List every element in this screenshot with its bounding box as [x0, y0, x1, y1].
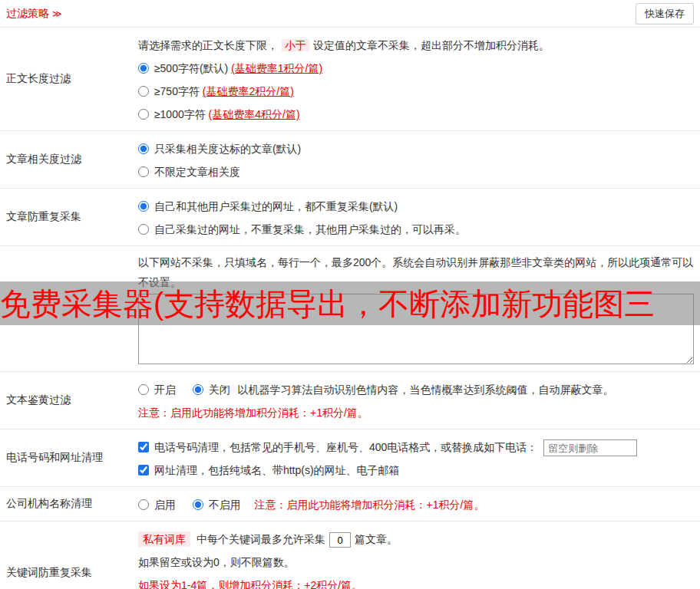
- option-label: 开启: [154, 383, 176, 396]
- option-row: 开启 关闭 以机器学习算法自动识别色情内容，当色情概率达到系统阈值，自动屏蔽文章…: [138, 378, 694, 401]
- option-row: ≥750字符 (基础费率2积分/篇): [138, 80, 694, 103]
- body-length-label: 正文长度过滤: [0, 28, 135, 130]
- section-keyword-dedup: 关键词防重复采集 私有词库中每个关键词最多允许采集篇文章。 如果留空或设为0，则…: [0, 522, 700, 589]
- option-note: (基础费率1积分/篇): [231, 62, 322, 74]
- option-note: (基础费率2积分/篇): [203, 85, 294, 97]
- radio-min-1000[interactable]: [138, 109, 149, 120]
- porn-filter-desc: 以机器学习算法自动识别色情内容，当色情概率达到系统阈值，自动屏蔽文章。: [238, 383, 614, 396]
- option-min-750[interactable]: ≥750字符 (基础费率2积分/篇): [138, 85, 294, 97]
- option-row: ≥500字符(默认) (基础费率1积分/篇): [138, 57, 694, 80]
- blacklist-textarea[interactable]: [138, 294, 694, 364]
- relevance-content: 只采集相关度达标的文章(默认) 不限定文章相关度: [135, 131, 700, 188]
- url-clean-label: 网址清理，包括纯域名、带http(s)的网址、电子邮箱: [154, 464, 400, 476]
- option-porn-off[interactable]: 关闭: [193, 383, 233, 396]
- phone-clean-checkbox[interactable]: [138, 442, 149, 452]
- option-relevance-any[interactable]: 不限定文章相关度: [138, 166, 240, 178]
- private-lexicon-tag: 私有词库: [138, 531, 190, 547]
- dedup-content: 自己和其他用户采集过的网址，都不重复采集(默认) 自己采集过的网址，不重复采集，…: [135, 189, 700, 245]
- option-relevance-strict[interactable]: 只采集相关度达标的文章(默认): [138, 143, 301, 155]
- body-length-content: 请选择需求的正文长度下限，小于设定值的文章不采集，超出部分不增加积分消耗。 ≥5…: [135, 28, 700, 130]
- option-dedup-self-only[interactable]: 自己采集过的网址，不重复采集，其他用户采集过的，可以再采。: [138, 223, 466, 235]
- site-blacklist-label: [0, 246, 135, 371]
- radio-dedup-all-users[interactable]: [138, 201, 149, 212]
- option-label: 启用: [154, 499, 176, 511]
- option-note: (基础费率4积分/篇): [209, 108, 300, 120]
- option-row: 自己采集过的网址，不重复采集，其他用户采集过的，可以再采。: [138, 218, 694, 241]
- page-title[interactable]: 过滤策略≫: [6, 7, 62, 21]
- intro-after: 设定值的文章不采集，超出部分不增加积分消耗。: [313, 39, 550, 51]
- phone-url-label: 电话号码和网址清理: [0, 429, 135, 486]
- keyword-dedup-label: 关键词防重复采集: [0, 522, 135, 589]
- option-row: 只采集相关度达标的文章(默认): [138, 137, 694, 160]
- keyword-line1-text: 中每个关键词最多允许采集: [196, 533, 325, 545]
- option-label: 只采集相关度达标的文章(默认): [154, 143, 301, 155]
- radio-porn-on[interactable]: [138, 384, 149, 395]
- phone-clean-option[interactable]: 电话号码清理，包括常见的手机号、座机号、400电话格式，或替换成如下电话：: [138, 441, 540, 453]
- section-porn-filter: 文本鉴黄过滤 开启 关闭 以机器学习算法自动识别色情内容，当色情概率达到系统阈值…: [0, 372, 700, 429]
- radio-relevance-any[interactable]: [138, 166, 149, 177]
- company-clean-label: 公司机构名称清理: [0, 487, 135, 521]
- section-relevance-filter: 文章相关度过滤 只采集相关度达标的文章(默认) 不限定文章相关度: [0, 131, 700, 189]
- phone-clean-label: 电话号码清理，包括常见的手机号、座机号、400电话格式，或替换成如下电话：: [154, 441, 537, 453]
- option-row: 电话号码清理，包括常见的手机号、座机号、400电话格式，或替换成如下电话：: [138, 436, 694, 459]
- keyword-line2: 如果留空或设为0，则不限篇数。: [138, 551, 694, 574]
- keyword-line1-after: 篇文章。: [355, 533, 398, 545]
- radio-relevance-strict[interactable]: [138, 143, 149, 154]
- option-label: ≥1000字符: [154, 108, 206, 120]
- option-min-1000[interactable]: ≥1000字符 (基础费率4积分/篇): [138, 108, 300, 120]
- chevron-double-down-icon: ≫: [52, 8, 62, 19]
- porn-filter-label: 文本鉴黄过滤: [0, 372, 135, 429]
- option-dedup-all-users[interactable]: 自己和其他用户采集过的网址，都不重复采集(默认): [138, 200, 398, 212]
- option-company-off[interactable]: 不启用: [193, 499, 244, 511]
- blacklist-intro: 以下网站不采集，只填域名，每行一个，最多200个。系统会自动识别并屏蔽那些非文章…: [138, 252, 694, 292]
- option-label: 自己采集过的网址，不重复采集，其他用户采集过的，可以再采。: [154, 223, 466, 235]
- option-row: ≥1000字符 (基础费率4积分/篇): [138, 103, 694, 126]
- phone-url-content: 电话号码清理，包括常见的手机号、座机号、400电话格式，或替换成如下电话： 网址…: [135, 429, 700, 486]
- quick-save-button[interactable]: 快速保存: [636, 3, 694, 25]
- section-phone-url-clean: 电话号码和网址清理 电话号码清理，包括常见的手机号、座机号、400电话格式，或替…: [0, 429, 700, 487]
- radio-company-off[interactable]: [193, 499, 203, 510]
- radio-company-on[interactable]: [138, 499, 149, 510]
- option-label: 自己和其他用户采集过的网址，都不重复采集(默认): [154, 200, 398, 212]
- keyword-dedup-content: 私有词库中每个关键词最多允许采集篇文章。 如果留空或设为0，则不限篇数。 如果设…: [135, 522, 700, 589]
- keyword-line3: 如果设为1-4篇，则增加积分消耗：+2积分/篇。: [138, 574, 694, 589]
- option-label: ≥500字符(默认): [154, 62, 228, 74]
- relevance-label: 文章相关度过滤: [0, 131, 135, 188]
- url-clean-checkbox[interactable]: [138, 465, 149, 475]
- option-min-500[interactable]: ≥500字符(默认) (基础费率1积分/篇): [138, 62, 322, 74]
- intro-before: 请选择需求的正文长度下限，: [138, 39, 278, 51]
- option-row: 自己和其他用户采集过的网址，都不重复采集(默认): [138, 195, 694, 218]
- phone-replacement-input[interactable]: [543, 439, 637, 456]
- radio-min-750[interactable]: [138, 86, 149, 97]
- page-title-text: 过滤策略: [6, 7, 49, 19]
- option-porn-on[interactable]: 开启: [138, 383, 179, 396]
- radio-min-500[interactable]: [138, 63, 149, 74]
- option-label: 关闭: [209, 383, 230, 396]
- option-company-on[interactable]: 启用: [138, 499, 179, 511]
- section-site-blacklist: 以下网站不采集，只填域名，每行一个，最多200个。系统会自动识别并屏蔽那些非文章…: [0, 246, 700, 372]
- company-clean-warning: 注意：启用此功能将增加积分消耗：+1积分/篇。: [255, 499, 485, 511]
- option-label: ≥750字符: [154, 85, 200, 97]
- radio-porn-off[interactable]: [193, 384, 203, 395]
- porn-filter-warning: 注意：启用此功能将增加积分消耗：+1积分/篇。: [138, 401, 694, 424]
- company-clean-content: 启用 不启用 注意：启用此功能将增加积分消耗：+1积分/篇。: [135, 487, 700, 521]
- body-length-intro: 请选择需求的正文长度下限，小于设定值的文章不采集，超出部分不增加积分消耗。: [138, 34, 694, 57]
- radio-dedup-self-only[interactable]: [138, 224, 149, 235]
- section-company-clean: 公司机构名称清理 启用 不启用 注意：启用此功能将增加积分消耗：+1积分/篇。: [0, 487, 700, 522]
- topbar: 过滤策略≫ 快速保存: [0, 0, 700, 28]
- keyword-count-row: 私有词库中每个关键词最多允许采集篇文章。: [138, 528, 694, 551]
- option-label: 不启用: [209, 499, 241, 511]
- keyword-count-input[interactable]: [329, 532, 351, 548]
- option-row: 不限定文章相关度: [138, 160, 694, 183]
- dedup-label: 文章防重复采集: [0, 189, 135, 245]
- section-dedup-collection: 文章防重复采集 自己和其他用户采集过的网址，都不重复采集(默认) 自己采集过的网…: [0, 189, 700, 246]
- url-clean-option[interactable]: 网址清理，包括纯域名、带http(s)的网址、电子邮箱: [138, 464, 400, 476]
- site-blacklist-content: 以下网站不采集，只填域名，每行一个，最多200个。系统会自动识别并屏蔽那些非文章…: [135, 246, 700, 371]
- porn-filter-content: 开启 关闭 以机器学习算法自动识别色情内容，当色情概率达到系统阈值，自动屏蔽文章…: [135, 372, 700, 429]
- section-body-length-filter: 正文长度过滤 请选择需求的正文长度下限，小于设定值的文章不采集，超出部分不增加积…: [0, 28, 700, 131]
- less-than-highlight: 小于: [282, 39, 309, 51]
- option-row: 启用 不启用 注意：启用此功能将增加积分消耗：+1积分/篇。: [138, 493, 694, 516]
- option-label: 不限定文章相关度: [154, 166, 240, 178]
- option-row: 网址清理，包括纯域名、带http(s)的网址、电子邮箱: [138, 459, 694, 482]
